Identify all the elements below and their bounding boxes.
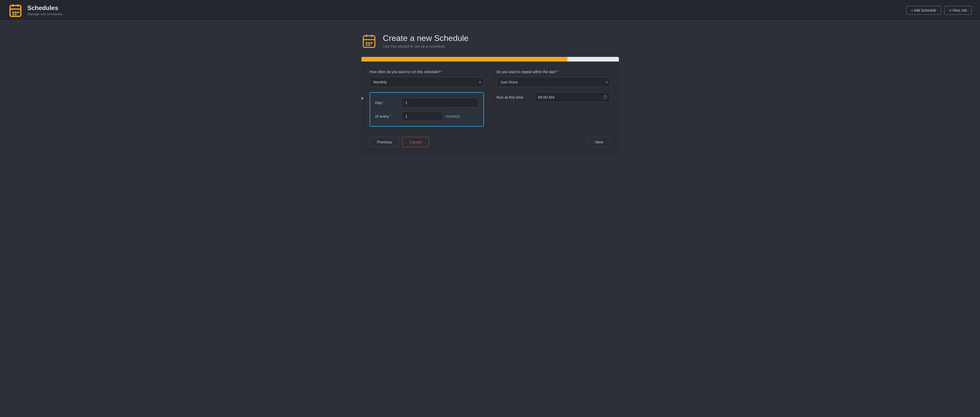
time-input-wrapper: ⏱ [534, 92, 611, 102]
run-at-row: Run at this time ⏱ [496, 92, 611, 102]
wizard-card: How often do you want to run this schedu… [361, 57, 619, 154]
cancel-button[interactable]: Cancel [402, 137, 429, 147]
progress-bar-container [361, 57, 619, 62]
svg-rect-15 [371, 42, 372, 44]
frequency-label: How often do you want to run this schedu… [370, 70, 484, 74]
form-footer: Previous Cancel Next [361, 131, 619, 154]
every-input[interactable] [401, 111, 443, 121]
svg-rect-13 [366, 42, 367, 44]
time-input[interactable] [534, 92, 611, 102]
repeat-select-wrapper: Just Once Every N Minutes Every N Hours … [496, 77, 611, 87]
progress-bar-fill [361, 57, 567, 62]
wizard-calendar-icon [361, 33, 377, 49]
form-right-section: Do you want to repeat within the day?* J… [490, 70, 611, 127]
nav-actions: + Add Schedule ≡ View Job [906, 6, 972, 15]
nav-brand: Schedules Manage Job Schedules. [8, 3, 63, 17]
nav-title: Schedules [27, 5, 63, 11]
blue-arrow [361, 96, 364, 101]
svg-rect-8 [15, 14, 17, 15]
run-at-label: Run at this time [496, 95, 530, 99]
arrow-head [361, 96, 364, 101]
next-button[interactable]: Next [588, 137, 611, 147]
form-area: How often do you want to run this schedu… [361, 62, 619, 131]
add-schedule-button[interactable]: + Add Schedule [906, 6, 941, 15]
day-input[interactable] [401, 98, 478, 107]
repeat-select[interactable]: Just Once Every N Minutes Every N Hours [496, 77, 611, 87]
view-job-button[interactable]: ≡ View Job [944, 6, 972, 15]
every-label: of every* [375, 114, 398, 118]
svg-rect-14 [368, 42, 370, 44]
repeat-required: * [558, 70, 559, 74]
months-suffix: month(s) [446, 114, 460, 118]
nav-subtitle: Manage Job Schedules. [27, 12, 63, 16]
frequency-select-wrapper: Monthly Daily Weekly Just Once ▾ [370, 77, 484, 87]
day-label: Day* [375, 100, 398, 105]
day-required: * [383, 100, 384, 105]
frequency-required: * [441, 70, 442, 74]
schedules-icon [8, 3, 23, 17]
top-navigation: Schedules Manage Job Schedules. + Add Sc… [0, 0, 980, 21]
main-content: Create a new Schedule Use this wizard to… [0, 21, 980, 175]
svg-rect-4 [12, 11, 14, 13]
frequency-select[interactable]: Monthly Daily Weekly Just Once [370, 77, 484, 87]
nav-title-block: Schedules Manage Job Schedules. [27, 5, 63, 16]
svg-rect-7 [12, 14, 14, 15]
footer-right-buttons: Next [588, 137, 611, 147]
repeat-label: Do you want to repeat within the day?* [496, 70, 611, 74]
previous-button[interactable]: Previous [370, 137, 399, 147]
day-field-row: Day* [375, 98, 478, 107]
svg-rect-6 [17, 11, 19, 13]
footer-left-buttons: Previous Cancel [370, 137, 429, 147]
every-field-row: of every* month(s) [375, 111, 478, 121]
svg-rect-16 [366, 44, 367, 46]
svg-rect-5 [15, 11, 17, 13]
monthly-config-box: Day* of every* month(s) [370, 92, 484, 127]
wizard-title: Create a new Schedule [383, 33, 469, 43]
form-left-section: How often do you want to run this schedu… [370, 70, 490, 127]
every-required: * [390, 114, 391, 118]
wizard-header: Create a new Schedule Use this wizard to… [361, 33, 619, 49]
wizard-title-block: Create a new Schedule Use this wizard to… [383, 33, 469, 48]
wizard-subtitle: Use this wizard to set up a schedule. [383, 44, 469, 48]
svg-rect-17 [368, 44, 370, 46]
